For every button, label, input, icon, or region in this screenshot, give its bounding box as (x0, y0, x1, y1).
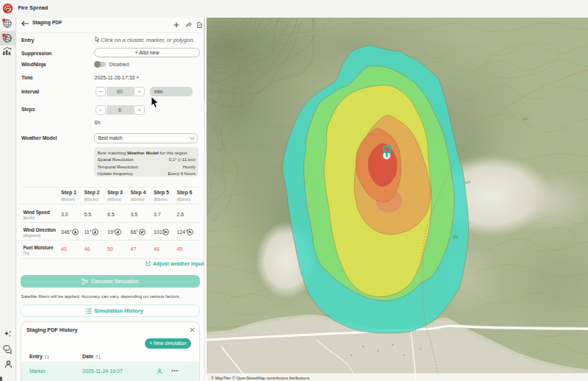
svg-text:© MapTiler © OpenStreetMap con: © MapTiler © OpenStreetMap contributors … (211, 376, 309, 380)
svg-text:550: 550 (453, 235, 459, 239)
